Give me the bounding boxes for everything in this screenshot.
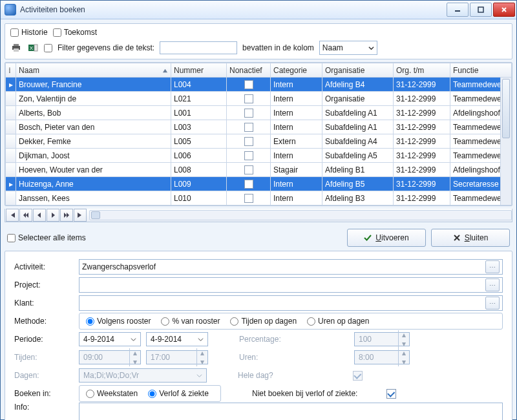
col-functie[interactable]: Functie <box>450 63 512 78</box>
historie-checkbox[interactable]: Historie <box>10 28 48 37</box>
label-tijden: Tijden: <box>14 353 74 362</box>
boeken-weekstaten[interactable]: Weekstaten <box>86 389 138 398</box>
table-row[interactable]: Alberts, BobL001InternSubafdeling A131-1… <box>6 106 512 120</box>
cell-nonactief[interactable] <box>227 163 271 177</box>
cell-nonactief[interactable] <box>227 134 271 149</box>
cell-org-tm: 31-12-2999 <box>394 177 450 191</box>
cell-nonactief[interactable] <box>227 120 271 134</box>
close-button[interactable] <box>493 3 515 17</box>
klant-field[interactable]: ⋯ <box>79 295 503 311</box>
cell-organisatie: Subafdeling A5 <box>322 149 394 163</box>
table-row[interactable]: Hoeven, Wouter van derL008StagairAfdelin… <box>6 163 512 177</box>
table-row[interactable]: ▸Brouwer, FrancineL004InternAfdeling B43… <box>6 78 512 92</box>
col-naam[interactable]: Naam <box>16 63 171 78</box>
nav-prev[interactable] <box>33 209 46 222</box>
nav-first[interactable] <box>6 209 19 222</box>
row-marker <box>6 134 16 149</box>
table-row[interactable]: Janssen, KeesL010InternAfdeling B331-12-… <box>6 191 512 205</box>
filter-column-value: Naam <box>322 43 343 52</box>
nav-prev-page[interactable] <box>19 209 32 222</box>
cell-categorie: Intern <box>271 191 322 205</box>
select-all-checkbox[interactable]: Selecteer alle items <box>7 233 86 242</box>
filter-mid-label: bevatten in de kolom <box>242 43 314 52</box>
methode-uren-op-dagen[interactable]: Uren op dagen <box>307 317 369 326</box>
close-icon <box>501 6 507 13</box>
cell-org-tm: 31-12-2999 <box>394 106 450 120</box>
toekomst-checkbox[interactable]: Toekomst <box>53 28 97 37</box>
activiteit-field[interactable]: Zwangerschapsverlof ⋯ <box>79 259 503 275</box>
sluiten-label: Sluiten <box>465 233 489 242</box>
info-textarea[interactable] <box>79 403 503 420</box>
activiteit-lookup-button[interactable]: ⋯ <box>485 260 500 273</box>
chevron-down-icon <box>196 373 202 379</box>
col-nonactief[interactable]: Nonactief <box>227 63 271 78</box>
nav-hscrollbar[interactable] <box>89 210 512 220</box>
row-marker <box>6 92 16 106</box>
niet-boeken-checkbox[interactable] <box>386 389 396 399</box>
boeken-verlof-ziekte[interactable]: Verlof & ziekte <box>148 389 209 398</box>
label-klant: Klant: <box>14 299 74 308</box>
boeken-in-radios: Weekstaten Verlof & ziekte <box>79 385 221 402</box>
sluiten-button[interactable]: Sluiten <box>431 229 510 247</box>
project-lookup-button[interactable]: ⋯ <box>485 278 500 291</box>
klant-lookup-button[interactable]: ⋯ <box>485 297 500 310</box>
cell-org-tm: 31-12-2999 <box>394 134 450 149</box>
cell-nonactief[interactable] <box>227 92 271 106</box>
cell-nonactief[interactable] <box>227 177 271 191</box>
table-row[interactable]: Dekker, FemkeL005ExternSubafdeling A431-… <box>6 134 512 149</box>
row-marker: ▸ <box>6 78 16 92</box>
cell-categorie: Intern <box>271 177 322 191</box>
grid-vscrollbar[interactable] <box>500 78 511 205</box>
svg-rect-1 <box>14 44 19 46</box>
export-excel-button[interactable]: X <box>27 42 39 54</box>
cell-nonactief[interactable] <box>227 78 271 92</box>
col-org-tm[interactable]: Org. t/m <box>394 63 450 78</box>
label-uren: Uren: <box>239 353 349 362</box>
sort-asc-icon <box>162 67 168 76</box>
col-nummer[interactable]: Nummer <box>171 63 227 78</box>
nav-last[interactable] <box>74 209 87 222</box>
row-marker: ▸ <box>6 177 16 191</box>
methode-pct-van-rooster[interactable]: % van rooster <box>161 317 220 326</box>
maximize-button[interactable] <box>470 3 492 17</box>
filter-text-input[interactable] <box>160 41 237 54</box>
scrollbar-thumb[interactable] <box>502 79 510 138</box>
col-categorie[interactable]: Categorie <box>271 63 322 78</box>
label-activiteit: Activiteit: <box>14 262 74 271</box>
nav-next[interactable] <box>47 209 59 222</box>
svg-text:X: X <box>30 45 34 51</box>
nav-next-page[interactable] <box>60 209 73 222</box>
project-field[interactable]: ⋯ <box>79 277 503 293</box>
rowhead-header[interactable]: ⁞ <box>6 63 16 78</box>
cell-nonactief[interactable] <box>227 191 271 205</box>
spin-down-icon: ▾ <box>399 339 409 348</box>
methode-tijden-op-dagen[interactable]: Tijden op dagen <box>230 317 297 326</box>
cell-categorie: Intern <box>271 149 322 163</box>
client-area: Historie Toekomst X Filter gegevens die … <box>1 19 516 419</box>
table-row[interactable]: Zon, Valentijn deL021InternOrganisatie31… <box>6 92 512 106</box>
cell-naam: Huizenga, Anne <box>16 177 171 191</box>
periode-from[interactable]: 4-9-2014 <box>79 332 141 346</box>
col-organisatie[interactable]: Organisatie <box>322 63 394 78</box>
nav-hscroll-thumb[interactable] <box>91 211 100 219</box>
table-row[interactable]: ▸Huizenga, AnneL009InternAfdeling B531-1… <box>6 177 512 191</box>
uitvoeren-button[interactable]: Uitvoeren <box>347 229 426 247</box>
app-icon <box>5 4 16 16</box>
methode-volgens-rooster[interactable]: Volgens rooster <box>86 317 151 326</box>
cell-org-tm: 31-12-2999 <box>394 191 450 205</box>
table-row[interactable]: Dijkman, JoostL006InternSubafdeling A531… <box>6 149 512 163</box>
table-row[interactable]: Bosch, Pieter van denL003InternSubafdeli… <box>6 120 512 134</box>
grid-table: ⁞ Naam Nummer Nonactief Categorie Organi… <box>5 63 512 205</box>
filter-column-select[interactable]: Naam <box>319 41 377 55</box>
cell-nonactief[interactable] <box>227 106 271 120</box>
filter-enable-checkbox[interactable] <box>44 44 52 52</box>
cell-categorie: Extern <box>271 134 322 149</box>
svg-rect-0 <box>478 7 483 12</box>
minimize-button[interactable] <box>447 3 469 17</box>
periode-to[interactable]: 4-9-2014 <box>146 332 208 346</box>
cell-nonactief[interactable] <box>227 149 271 163</box>
print-button[interactable] <box>10 42 22 54</box>
label-boeken-in: Boeken in: <box>14 389 74 398</box>
maximize-icon <box>478 6 484 13</box>
cell-organisatie: Organisatie <box>322 92 394 106</box>
